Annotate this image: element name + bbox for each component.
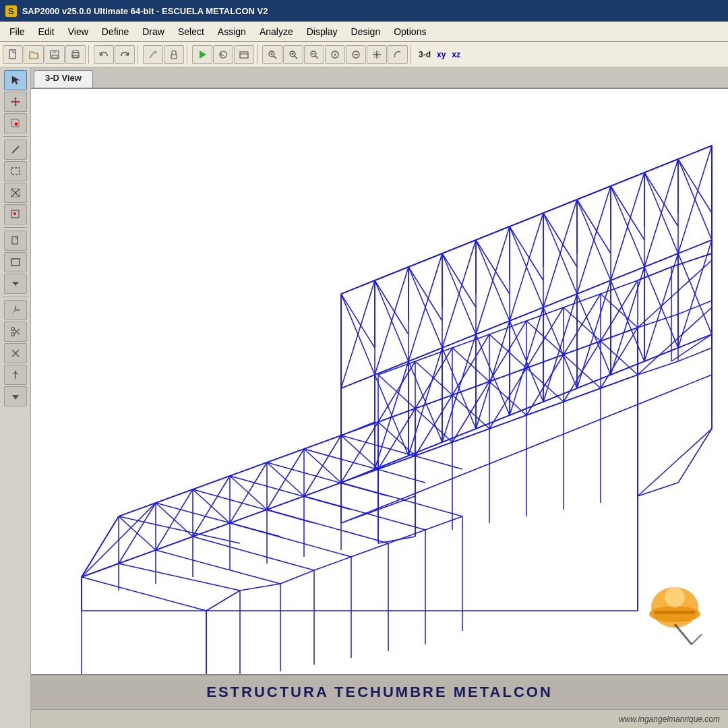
cross-lines-button[interactable] bbox=[4, 343, 27, 363]
toolbar-sep-4 bbox=[257, 45, 260, 64]
window-button[interactable] bbox=[234, 45, 254, 64]
main-area: 3-D View bbox=[0, 67, 728, 728]
svg-point-41 bbox=[15, 123, 18, 125]
svg-line-18 bbox=[295, 56, 297, 59]
menu-assign[interactable]: Assign bbox=[211, 24, 253, 40]
save-button[interactable] bbox=[44, 45, 65, 64]
svg-marker-30 bbox=[12, 76, 20, 84]
rubber-band-button[interactable] bbox=[388, 45, 408, 64]
zoom-window-button[interactable] bbox=[262, 45, 282, 64]
insert-page-button[interactable] bbox=[4, 231, 27, 251]
set-xy-button[interactable] bbox=[4, 300, 27, 320]
bottom-panel: ESTRUCTURA TECHUMBRE METALCON bbox=[31, 674, 728, 709]
add-point-button[interactable] bbox=[4, 113, 27, 133]
zoom-out-button[interactable] bbox=[304, 45, 324, 64]
svg-line-7 bbox=[150, 51, 155, 58]
menu-bar: File Edit View Define Draw Select Assign… bbox=[0, 22, 728, 42]
print-button[interactable] bbox=[65, 45, 86, 64]
svg-line-14 bbox=[274, 56, 276, 59]
svg-marker-65 bbox=[12, 395, 19, 400]
menu-select[interactable]: Select bbox=[171, 24, 211, 40]
svg-point-56 bbox=[11, 333, 14, 336]
svg-rect-50 bbox=[11, 259, 20, 266]
open-button[interactable] bbox=[24, 45, 44, 64]
lt-sep-3 bbox=[3, 297, 28, 297]
lock-button[interactable] bbox=[164, 45, 184, 64]
draw-line-button[interactable] bbox=[4, 140, 27, 160]
app-title: SAP2000 v25.0.0 Ultimate 64-bit - ESCUEL… bbox=[22, 6, 268, 16]
svg-point-48 bbox=[13, 212, 16, 215]
zoom-in-button[interactable] bbox=[283, 45, 303, 64]
undo-button[interactable] bbox=[94, 45, 114, 64]
tab-3d-view[interactable]: 3-D View bbox=[34, 70, 93, 88]
svg-point-57 bbox=[11, 328, 14, 331]
menu-file[interactable]: File bbox=[3, 24, 32, 40]
intersect-button[interactable] bbox=[4, 183, 27, 203]
project-title: ESTRUCTURA TECHUMBRE METALCON bbox=[206, 684, 553, 701]
svg-rect-11 bbox=[240, 52, 248, 58]
svg-point-329 bbox=[665, 587, 685, 607]
down-arrow-button[interactable] bbox=[4, 386, 27, 406]
svg-marker-36 bbox=[11, 100, 13, 103]
svg-point-39 bbox=[14, 100, 17, 103]
viewport[interactable] bbox=[31, 89, 728, 674]
menu-display[interactable]: Display bbox=[300, 24, 344, 40]
tab-bar: 3-D View bbox=[31, 67, 728, 89]
svg-rect-3 bbox=[52, 55, 57, 58]
menu-edit[interactable]: Edit bbox=[32, 24, 61, 40]
edit-tool-button[interactable] bbox=[143, 45, 163, 64]
menu-analyze[interactable]: Analyze bbox=[253, 24, 300, 40]
svg-marker-64 bbox=[14, 371, 17, 373]
align-button[interactable] bbox=[4, 365, 27, 385]
menu-view[interactable]: View bbox=[61, 24, 95, 40]
svg-line-55 bbox=[13, 310, 16, 313]
sap-logo: S bbox=[5, 5, 17, 17]
svg-rect-330 bbox=[655, 611, 695, 614]
svg-line-59 bbox=[14, 330, 20, 334]
move-node-button[interactable] bbox=[4, 92, 27, 112]
svg-line-42 bbox=[12, 146, 19, 153]
view-xz-button[interactable]: xz bbox=[449, 49, 463, 61]
svg-marker-51 bbox=[12, 282, 19, 286]
svg-rect-43 bbox=[11, 168, 20, 175]
redo-button[interactable] bbox=[115, 45, 135, 64]
svg-line-58 bbox=[14, 329, 20, 334]
grid-dots-button[interactable] bbox=[4, 204, 27, 224]
menu-options[interactable]: Options bbox=[387, 24, 433, 40]
svg-line-22 bbox=[315, 56, 318, 59]
new-button[interactable] bbox=[3, 45, 23, 64]
run-analysis-button[interactable] bbox=[192, 45, 212, 64]
svg-marker-38 bbox=[18, 100, 20, 103]
select-rect-button[interactable] bbox=[4, 161, 27, 181]
footer: www.ingangelmanrique.com bbox=[31, 709, 728, 728]
toolbar-sep-3 bbox=[187, 45, 189, 64]
svg-rect-49 bbox=[12, 237, 18, 244]
svg-marker-32 bbox=[14, 97, 17, 99]
content-area: 3-D View bbox=[31, 67, 728, 728]
svg-rect-8 bbox=[171, 55, 177, 59]
structure-diagram bbox=[31, 89, 728, 674]
website-link: www.ingangelmanrique.com bbox=[619, 715, 720, 724]
view-3d-button[interactable]: 3-d bbox=[416, 49, 433, 61]
toolbar-sep-5 bbox=[411, 45, 413, 64]
draw-area-button[interactable] bbox=[4, 252, 27, 272]
pan-button[interactable] bbox=[367, 45, 387, 64]
menu-design[interactable]: Design bbox=[344, 24, 388, 40]
menu-draw[interactable]: Draw bbox=[135, 24, 171, 40]
view-xy-button[interactable]: xy bbox=[434, 49, 448, 61]
zoom-out-small-button[interactable] bbox=[346, 45, 366, 64]
more-button[interactable] bbox=[4, 274, 27, 294]
svg-marker-34 bbox=[14, 104, 17, 107]
toolbar-sep-2 bbox=[138, 45, 140, 64]
scissors-cut-button[interactable] bbox=[4, 322, 27, 342]
svg-rect-2 bbox=[53, 51, 57, 53]
toolbar-sep-1 bbox=[88, 45, 91, 64]
lt-sep-1 bbox=[3, 136, 28, 137]
zoom-fit-button[interactable] bbox=[325, 45, 345, 64]
svg-point-29 bbox=[375, 53, 378, 56]
menu-define[interactable]: Define bbox=[95, 24, 135, 40]
select-pointer-button[interactable] bbox=[4, 70, 27, 90]
svg-rect-5 bbox=[73, 51, 78, 53]
refresh-button[interactable] bbox=[213, 45, 233, 64]
svg-marker-9 bbox=[200, 51, 206, 59]
